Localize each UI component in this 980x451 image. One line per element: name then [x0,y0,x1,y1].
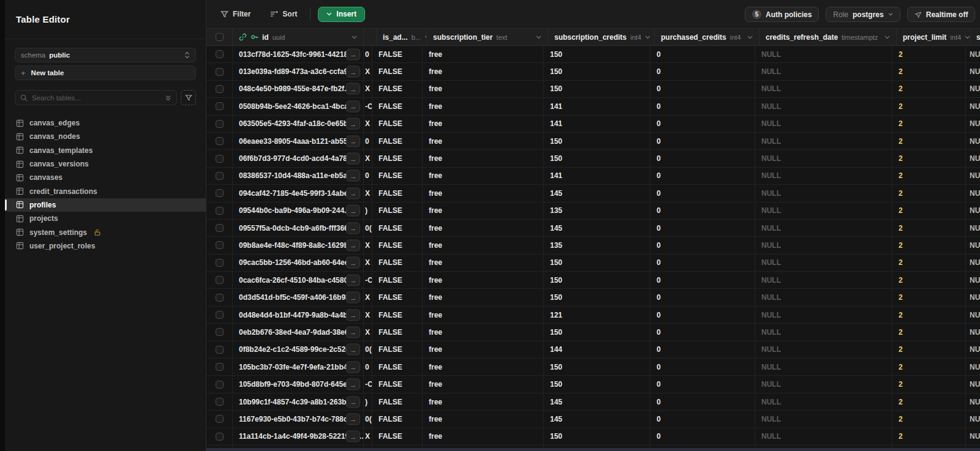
cell-id[interactable]: 0d48e4d4-b1bf-4479-9a8b-4a4b...→ [233,307,364,323]
cell-purchased[interactable]: 0 [650,411,755,427]
cell-tier[interactable]: free [423,63,544,80]
sidebar-item-canvas_templates[interactable]: canvas_templates [5,144,206,157]
cell-sub_credits[interactable]: 150 [544,428,650,445]
cell-is_admin[interactable]: FALSE [372,393,423,410]
cell-tier[interactable]: free [423,168,544,184]
cell-id[interactable]: 09cac5bb-1256-46bd-ab60-64ed...→ [233,255,364,271]
sidebar-item-canvas_nodes[interactable]: canvas_nodes [5,130,206,143]
row-checkbox[interactable] [216,398,224,406]
row-checkbox[interactable] [216,433,224,441]
cell-sub_credits[interactable]: 141 [544,98,650,114]
sidebar-item-projects[interactable]: projects [5,212,206,225]
expand-row-button[interactable]: → [346,118,360,130]
cell-is_admin[interactable]: FALSE [372,411,423,427]
expand-row-button[interactable]: → [346,205,360,217]
cell-purchased[interactable]: 0 [650,98,755,114]
cell-clip[interactable]: -C [364,272,372,288]
row-checkbox[interactable] [216,241,224,249]
cell-is_admin[interactable]: FALSE [372,307,423,323]
cell-refresh[interactable]: NULL [755,359,892,375]
cell-sub_credits[interactable]: 121 [544,307,650,323]
row-checkbox[interactable] [216,68,224,76]
cell-purchased[interactable]: 0 [650,168,755,184]
cell-refresh[interactable]: NULL [755,98,892,114]
cell-id[interactable]: 048c4e50-b989-455e-847e-fb2f...→ [233,81,364,97]
expand-row-button[interactable]: → [346,274,360,286]
cell-is_admin[interactable]: FALSE [372,272,423,288]
cell-sub_credits[interactable]: 150 [544,324,650,340]
cell-last[interactable]: NULL [966,220,980,236]
cell-refresh[interactable]: NULL [755,150,892,166]
cell-limit[interactable]: 2 [892,411,966,427]
cell-id[interactable]: 013e039a-fd89-473a-a3c6-ccfa9...→ [233,63,364,80]
cell-purchased[interactable]: 0 [650,133,755,149]
expand-row-button[interactable]: → [346,170,360,182]
cell-purchased[interactable]: 0 [650,203,755,219]
cell-id[interactable]: 0eb2b676-38ed-4ea7-9dad-38e6...→ [233,324,364,340]
row-checkbox[interactable] [216,50,224,58]
cell-tier[interactable]: free [423,150,544,166]
role-select-button[interactable]: Role postgres [826,7,900,22]
expand-row-button[interactable]: → [346,431,360,442]
realtime-toggle-button[interactable]: Realtime off [907,7,976,22]
column-header-subscription_credits[interactable]: subscription_creditsint4 [548,29,655,45]
cell-sub_credits[interactable]: 150 [544,376,650,392]
cell-limit[interactable]: 2 [892,324,966,340]
cell-sub_credits[interactable]: 150 [544,46,650,62]
sort-button[interactable]: Sort [265,7,303,21]
row-checkbox[interactable] [216,259,224,267]
cell-last[interactable]: NULL [966,168,980,184]
row-checkbox[interactable] [216,346,224,354]
cell-refresh[interactable]: NULL [755,324,892,340]
cell-sub_credits[interactable]: 150 [544,289,650,305]
chevron-down-icon[interactable] [536,35,541,39]
cell-purchased[interactable]: 0 [650,116,755,132]
cell-id[interactable]: 0508b94b-5ee2-4626-bca1-4bca...→ [233,98,364,114]
grid-bottom-scrollbar[interactable] [206,448,980,451]
search-input[interactable] [32,94,160,102]
cell-clip[interactable]: X [364,255,372,271]
cell-purchased[interactable]: 0 [650,255,755,271]
expand-row-button[interactable]: → [346,153,360,165]
cell-id[interactable]: 06eaee33-8905-4aaa-b121-ab552...→ [233,133,364,149]
expand-row-button[interactable]: → [346,326,360,338]
cell-clip[interactable]: -C [364,376,372,392]
cell-limit[interactable]: 2 [892,81,966,97]
row-checkbox[interactable] [216,311,224,319]
cell-sub_credits[interactable]: 145 [544,411,650,427]
cell-limit[interactable]: 2 [892,393,966,410]
row-checkbox[interactable] [216,189,224,197]
cell-is_admin[interactable]: FALSE [372,376,423,392]
cell-last[interactable]: NULL [966,376,980,392]
cell-tier[interactable]: free [423,324,544,340]
cell-sub_credits[interactable]: 150 [544,150,650,166]
cell-clip[interactable]: X [364,324,372,340]
cell-is_admin[interactable]: FALSE [372,341,423,358]
cell-last[interactable]: NULL [966,341,980,358]
cell-refresh[interactable]: NULL [755,341,892,358]
cell-tier[interactable]: free [423,307,544,323]
cell-last[interactable]: NULL [966,359,980,375]
cell-limit[interactable]: 2 [892,46,966,62]
cell-refresh[interactable]: NULL [755,63,892,80]
chevrons-down-icon[interactable] [165,94,172,102]
cell-refresh[interactable]: NULL [755,237,892,253]
cell-clip[interactable]: -C [364,98,372,114]
cell-last[interactable]: NULL [966,428,980,445]
cell-sub_credits[interactable]: 150 [544,359,650,375]
cell-is_admin[interactable]: FALSE [372,116,423,132]
column-header-credits_refresh_date[interactable]: credits_refresh_datetimestamptz [760,29,897,45]
cell-is_admin[interactable]: FALSE [372,150,423,166]
expand-row-button[interactable]: → [346,309,360,321]
column-header-is_ad...[interactable]: is_ad...b... [377,29,427,45]
column-header-project_limit[interactable]: project_limitint4 [897,29,970,45]
cell-clip[interactable]: X [364,81,372,97]
row-checkbox[interactable] [216,294,224,302]
cell-id[interactable]: 105d8bf9-e703-49bd-807d-645e...→ [233,376,364,392]
sidebar-item-canvas_versions[interactable]: canvas_versions [5,157,206,171]
cell-purchased[interactable]: 0 [650,237,755,253]
select-all-checkbox[interactable] [216,33,224,41]
cell-clip[interactable]: X [364,116,372,132]
cell-limit[interactable]: 2 [892,150,966,166]
cell-limit[interactable]: 2 [892,289,966,305]
